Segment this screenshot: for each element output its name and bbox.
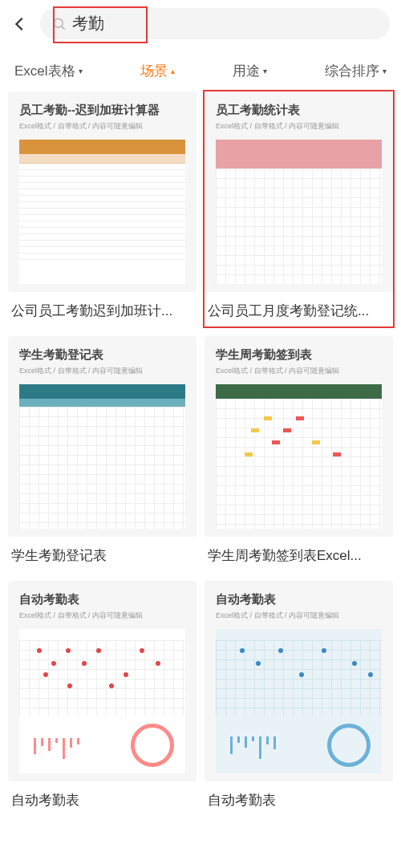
thumbnail-subtitle: Excel格式 / 自带格式 / 内容可随意编辑 [216,121,382,132]
template-grid: 员工考勤--迟到加班计算器 Excel格式 / 自带格式 / 内容可随意编辑 公… [0,91,401,816]
filter-excel-format[interactable]: Excel表格 ▾ [14,62,83,80]
template-card[interactable]: 自动考勤表 Excel格式 / 自带格式 / 内容可随意编辑 [205,581,393,816]
filter-label: 综合排序 [325,62,379,80]
svg-point-0 [54,18,63,27]
template-caption: 公司员工月度考勤登记统... [205,292,393,327]
thumbnail-title: 学生考勤登记表 [19,347,185,363]
filter-label: 用途 [233,62,260,80]
chevron-down-icon: ▾ [263,67,267,75]
template-thumbnail: 学生周考勤签到表 Excel格式 / 自带格式 / 内容可随意编辑 [205,336,393,537]
template-caption: 公司员工考勤迟到加班计... [8,292,196,327]
template-caption: 自动考勤表 [8,781,196,816]
template-thumbnail: 学生考勤登记表 Excel格式 / 自带格式 / 内容可随意编辑 [8,336,196,537]
template-thumbnail: 员工考勤--迟到加班计算器 Excel格式 / 自带格式 / 内容可随意编辑 [8,91,196,292]
template-card[interactable]: 员工考勤--迟到加班计算器 Excel格式 / 自带格式 / 内容可随意编辑 公… [8,91,196,327]
template-caption: 自动考勤表 [205,781,393,816]
back-button[interactable] [8,12,32,36]
chevron-down-icon: ▾ [79,67,83,75]
template-card[interactable]: 自动考勤表 Excel格式 / 自带格式 / 内容可随意编辑 [8,581,196,816]
thumbnail-subtitle: Excel格式 / 自带格式 / 内容可随意编辑 [19,366,185,376]
template-caption: 学生考勤登记表 [8,537,196,571]
thumbnail-subtitle: Excel格式 / 自带格式 / 内容可随意编辑 [19,121,185,132]
template-thumbnail: 自动考勤表 Excel格式 / 自带格式 / 内容可随意编辑 [205,581,393,781]
filter-label: Excel表格 [14,62,75,80]
search-icon [51,16,67,32]
chevron-up-icon: ▴ [171,67,175,75]
thumbnail-title: 自动考勤表 [19,592,185,607]
filter-usage[interactable]: 用途 ▾ [233,62,267,80]
search-field[interactable] [40,8,390,39]
thumbnail-title: 员工考勤--迟到加班计算器 [19,103,185,118]
filter-scene[interactable]: 场景 ▴ [140,62,175,80]
thumbnail-title: 学生周考勤签到表 [216,347,382,363]
thumbnail-sheet-header [19,140,185,154]
thumbnail-title: 员工考勤统计表 [216,103,382,118]
thumbnail-title: 自动考勤表 [216,592,382,607]
template-card[interactable]: 学生周考勤签到表 Excel格式 / 自带格式 / 内容可随意编辑 学生周考勤签… [205,336,393,571]
template-thumbnail: 员工考勤统计表 Excel格式 / 自带格式 / 内容可随意编辑 [205,91,393,292]
chevron-down-icon: ▾ [383,67,387,75]
template-thumbnail: 自动考勤表 Excel格式 / 自带格式 / 内容可随意编辑 [8,581,196,781]
search-input[interactable] [72,14,379,33]
filter-label: 场景 [140,62,168,80]
template-caption: 学生周考勤签到表Excel... [205,537,393,571]
thumbnail-subtitle: Excel格式 / 自带格式 / 内容可随意编辑 [216,366,382,376]
template-card[interactable]: 学生考勤登记表 Excel格式 / 自带格式 / 内容可随意编辑 学生考勤登记表 [8,336,196,571]
filter-sort[interactable]: 综合排序 ▾ [325,62,387,80]
filter-bar: Excel表格 ▾ 场景 ▴ 用途 ▾ 综合排序 ▾ [0,47,401,91]
template-card[interactable]: 员工考勤统计表 Excel格式 / 自带格式 / 内容可随意编辑 公司员工月度考… [205,91,393,327]
thumbnail-subtitle: Excel格式 / 自带格式 / 内容可随意编辑 [19,610,185,621]
svg-line-1 [62,26,65,29]
thumbnail-subtitle: Excel格式 / 自带格式 / 内容可随意编辑 [216,610,382,621]
